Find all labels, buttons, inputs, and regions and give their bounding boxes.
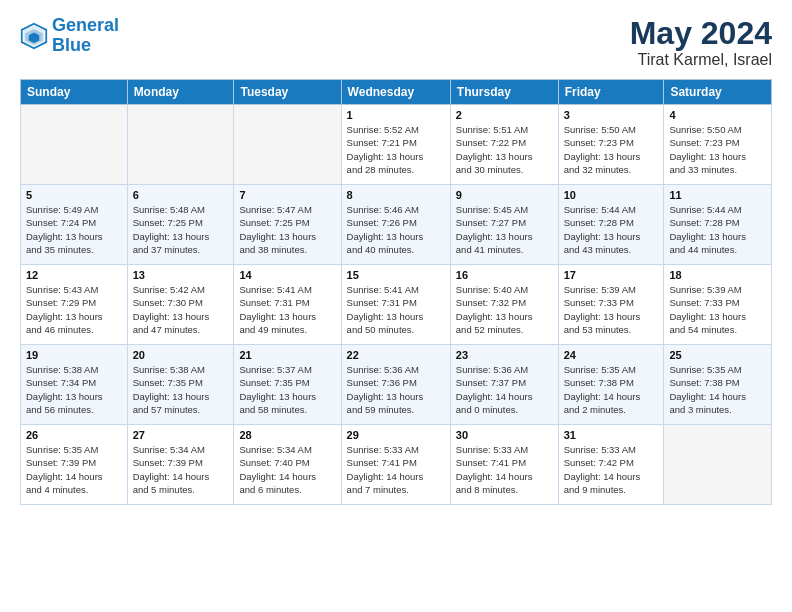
day-info: Sunrise: 5:33 AM Sunset: 7:42 PM Dayligh… xyxy=(564,443,659,496)
day-number: 30 xyxy=(456,429,553,441)
calendar-cell: 30Sunrise: 5:33 AM Sunset: 7:41 PM Dayli… xyxy=(450,425,558,505)
calendar-cell: 11Sunrise: 5:44 AM Sunset: 7:28 PM Dayli… xyxy=(664,185,772,265)
weekday-header-wednesday: Wednesday xyxy=(341,80,450,105)
calendar-cell: 26Sunrise: 5:35 AM Sunset: 7:39 PM Dayli… xyxy=(21,425,128,505)
day-number: 10 xyxy=(564,189,659,201)
month-title: May 2024 xyxy=(630,16,772,51)
day-number: 7 xyxy=(239,189,335,201)
day-number: 4 xyxy=(669,109,766,121)
calendar-cell: 4Sunrise: 5:50 AM Sunset: 7:23 PM Daylig… xyxy=(664,105,772,185)
page: General Blue May 2024 Tirat Karmel, Isra… xyxy=(0,0,792,612)
day-info: Sunrise: 5:36 AM Sunset: 7:36 PM Dayligh… xyxy=(347,363,445,416)
calendar-cell: 6Sunrise: 5:48 AM Sunset: 7:25 PM Daylig… xyxy=(127,185,234,265)
day-number: 5 xyxy=(26,189,122,201)
day-info: Sunrise: 5:38 AM Sunset: 7:34 PM Dayligh… xyxy=(26,363,122,416)
day-number: 17 xyxy=(564,269,659,281)
day-info: Sunrise: 5:44 AM Sunset: 7:28 PM Dayligh… xyxy=(669,203,766,256)
day-number: 27 xyxy=(133,429,229,441)
day-info: Sunrise: 5:33 AM Sunset: 7:41 PM Dayligh… xyxy=(456,443,553,496)
day-info: Sunrise: 5:41 AM Sunset: 7:31 PM Dayligh… xyxy=(347,283,445,336)
day-info: Sunrise: 5:36 AM Sunset: 7:37 PM Dayligh… xyxy=(456,363,553,416)
calendar-cell: 24Sunrise: 5:35 AM Sunset: 7:38 PM Dayli… xyxy=(558,345,664,425)
calendar-cell: 13Sunrise: 5:42 AM Sunset: 7:30 PM Dayli… xyxy=(127,265,234,345)
day-info: Sunrise: 5:42 AM Sunset: 7:30 PM Dayligh… xyxy=(133,283,229,336)
day-info: Sunrise: 5:50 AM Sunset: 7:23 PM Dayligh… xyxy=(564,123,659,176)
calendar-cell: 21Sunrise: 5:37 AM Sunset: 7:35 PM Dayli… xyxy=(234,345,341,425)
day-number: 19 xyxy=(26,349,122,361)
calendar-cell: 23Sunrise: 5:36 AM Sunset: 7:37 PM Dayli… xyxy=(450,345,558,425)
day-number: 31 xyxy=(564,429,659,441)
weekday-header-tuesday: Tuesday xyxy=(234,80,341,105)
calendar-cell: 29Sunrise: 5:33 AM Sunset: 7:41 PM Dayli… xyxy=(341,425,450,505)
weekday-header-monday: Monday xyxy=(127,80,234,105)
location: Tirat Karmel, Israel xyxy=(630,51,772,69)
day-number: 18 xyxy=(669,269,766,281)
day-info: Sunrise: 5:46 AM Sunset: 7:26 PM Dayligh… xyxy=(347,203,445,256)
logo-icon xyxy=(20,22,48,50)
calendar-cell xyxy=(21,105,128,185)
day-info: Sunrise: 5:49 AM Sunset: 7:24 PM Dayligh… xyxy=(26,203,122,256)
day-info: Sunrise: 5:51 AM Sunset: 7:22 PM Dayligh… xyxy=(456,123,553,176)
logo-text: General Blue xyxy=(52,16,119,56)
calendar-cell: 9Sunrise: 5:45 AM Sunset: 7:27 PM Daylig… xyxy=(450,185,558,265)
calendar-week-row: 19Sunrise: 5:38 AM Sunset: 7:34 PM Dayli… xyxy=(21,345,772,425)
calendar-cell: 19Sunrise: 5:38 AM Sunset: 7:34 PM Dayli… xyxy=(21,345,128,425)
day-info: Sunrise: 5:52 AM Sunset: 7:21 PM Dayligh… xyxy=(347,123,445,176)
day-number: 16 xyxy=(456,269,553,281)
day-info: Sunrise: 5:37 AM Sunset: 7:35 PM Dayligh… xyxy=(239,363,335,416)
day-number: 12 xyxy=(26,269,122,281)
calendar-cell: 12Sunrise: 5:43 AM Sunset: 7:29 PM Dayli… xyxy=(21,265,128,345)
calendar-cell xyxy=(664,425,772,505)
calendar-cell xyxy=(127,105,234,185)
calendar-cell: 17Sunrise: 5:39 AM Sunset: 7:33 PM Dayli… xyxy=(558,265,664,345)
calendar-week-row: 5Sunrise: 5:49 AM Sunset: 7:24 PM Daylig… xyxy=(21,185,772,265)
calendar-week-row: 12Sunrise: 5:43 AM Sunset: 7:29 PM Dayli… xyxy=(21,265,772,345)
day-info: Sunrise: 5:50 AM Sunset: 7:23 PM Dayligh… xyxy=(669,123,766,176)
day-number: 26 xyxy=(26,429,122,441)
day-number: 1 xyxy=(347,109,445,121)
weekday-header-row: SundayMondayTuesdayWednesdayThursdayFrid… xyxy=(21,80,772,105)
day-info: Sunrise: 5:34 AM Sunset: 7:40 PM Dayligh… xyxy=(239,443,335,496)
weekday-header-sunday: Sunday xyxy=(21,80,128,105)
day-info: Sunrise: 5:45 AM Sunset: 7:27 PM Dayligh… xyxy=(456,203,553,256)
day-info: Sunrise: 5:39 AM Sunset: 7:33 PM Dayligh… xyxy=(564,283,659,336)
calendar-cell: 14Sunrise: 5:41 AM Sunset: 7:31 PM Dayli… xyxy=(234,265,341,345)
day-number: 29 xyxy=(347,429,445,441)
day-number: 20 xyxy=(133,349,229,361)
day-info: Sunrise: 5:33 AM Sunset: 7:41 PM Dayligh… xyxy=(347,443,445,496)
day-number: 14 xyxy=(239,269,335,281)
calendar-week-row: 1Sunrise: 5:52 AM Sunset: 7:21 PM Daylig… xyxy=(21,105,772,185)
calendar-cell: 25Sunrise: 5:35 AM Sunset: 7:38 PM Dayli… xyxy=(664,345,772,425)
day-number: 13 xyxy=(133,269,229,281)
day-info: Sunrise: 5:48 AM Sunset: 7:25 PM Dayligh… xyxy=(133,203,229,256)
calendar-cell: 31Sunrise: 5:33 AM Sunset: 7:42 PM Dayli… xyxy=(558,425,664,505)
weekday-header-friday: Friday xyxy=(558,80,664,105)
calendar-cell: 22Sunrise: 5:36 AM Sunset: 7:36 PM Dayli… xyxy=(341,345,450,425)
day-info: Sunrise: 5:43 AM Sunset: 7:29 PM Dayligh… xyxy=(26,283,122,336)
calendar-cell: 3Sunrise: 5:50 AM Sunset: 7:23 PM Daylig… xyxy=(558,105,664,185)
calendar-cell: 28Sunrise: 5:34 AM Sunset: 7:40 PM Dayli… xyxy=(234,425,341,505)
day-number: 6 xyxy=(133,189,229,201)
day-number: 24 xyxy=(564,349,659,361)
day-number: 15 xyxy=(347,269,445,281)
calendar-cell: 5Sunrise: 5:49 AM Sunset: 7:24 PM Daylig… xyxy=(21,185,128,265)
logo-general: General xyxy=(52,15,119,35)
calendar-cell: 10Sunrise: 5:44 AM Sunset: 7:28 PM Dayli… xyxy=(558,185,664,265)
calendar-cell: 2Sunrise: 5:51 AM Sunset: 7:22 PM Daylig… xyxy=(450,105,558,185)
calendar-table: SundayMondayTuesdayWednesdayThursdayFrid… xyxy=(20,79,772,505)
day-number: 28 xyxy=(239,429,335,441)
calendar-cell: 18Sunrise: 5:39 AM Sunset: 7:33 PM Dayli… xyxy=(664,265,772,345)
day-number: 23 xyxy=(456,349,553,361)
day-number: 3 xyxy=(564,109,659,121)
day-number: 22 xyxy=(347,349,445,361)
weekday-header-saturday: Saturday xyxy=(664,80,772,105)
day-number: 21 xyxy=(239,349,335,361)
calendar-cell: 8Sunrise: 5:46 AM Sunset: 7:26 PM Daylig… xyxy=(341,185,450,265)
calendar-cell: 16Sunrise: 5:40 AM Sunset: 7:32 PM Dayli… xyxy=(450,265,558,345)
day-info: Sunrise: 5:44 AM Sunset: 7:28 PM Dayligh… xyxy=(564,203,659,256)
logo: General Blue xyxy=(20,16,119,56)
calendar-cell: 7Sunrise: 5:47 AM Sunset: 7:25 PM Daylig… xyxy=(234,185,341,265)
day-number: 25 xyxy=(669,349,766,361)
title-block: May 2024 Tirat Karmel, Israel xyxy=(630,16,772,69)
logo-blue: Blue xyxy=(52,35,91,55)
